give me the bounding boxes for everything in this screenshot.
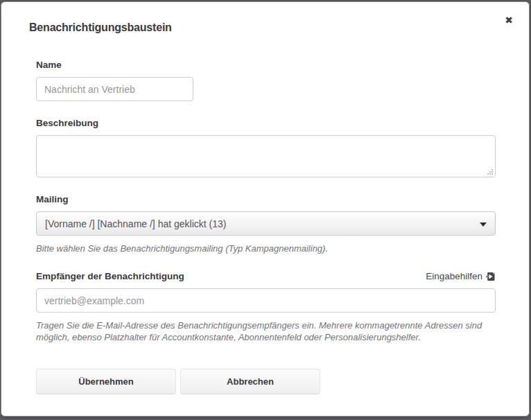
cancel-button[interactable]: Abbrechen: [180, 369, 320, 394]
dialog-form: Name Beschreibung Mailing [Vorname /] [N…: [1, 60, 529, 394]
mailing-field-group: Mailing [Vorname /] [Nachname /] hat gek…: [36, 194, 496, 254]
sign-in-icon: [486, 272, 496, 281]
dialog-actions: Übernehmen Abbrechen: [36, 369, 496, 394]
description-label: Beschreibung: [36, 118, 496, 128]
recipient-label: Empfänger der Benachrichtigung: [36, 271, 184, 281]
recipient-help-text: Tragen Sie die E-Mail-Adresse des Benach…: [36, 320, 496, 343]
recipient-field-group: Empfänger der Benachrichtigung Eingabehi…: [36, 271, 496, 343]
name-field-group: Name: [36, 60, 496, 101]
name-input[interactable]: [36, 77, 193, 101]
mailing-help-text: Bitte wählen Sie das Benachrichtigungsma…: [36, 243, 496, 254]
resize-handle[interactable]: [487, 168, 494, 175]
description-textarea[interactable]: [36, 135, 496, 177]
mailing-select[interactable]: [Vorname /] [Nachname /] hat geklickt (1…: [36, 211, 496, 236]
recipient-input[interactable]: [36, 288, 496, 313]
close-icon[interactable]: ✖: [503, 14, 514, 26]
mailing-label: Mailing: [36, 194, 496, 204]
apply-button[interactable]: Übernehmen: [36, 369, 176, 394]
input-helpers-label: Eingabehilfen: [426, 271, 482, 281]
input-helpers-link[interactable]: Eingabehilfen: [426, 271, 496, 281]
chevron-down-icon: [480, 222, 487, 227]
name-label: Name: [36, 60, 496, 70]
dialog-title: Benachrichtigungsbaustein: [29, 21, 501, 34]
mailing-selected-value: [Vorname /] [Nachname /] hat geklickt (1…: [45, 218, 226, 229]
notification-module-dialog: ✖ Benachrichtigungsbaustein Name Beschre…: [1, 1, 530, 417]
description-field-group: Beschreibung: [36, 118, 496, 177]
